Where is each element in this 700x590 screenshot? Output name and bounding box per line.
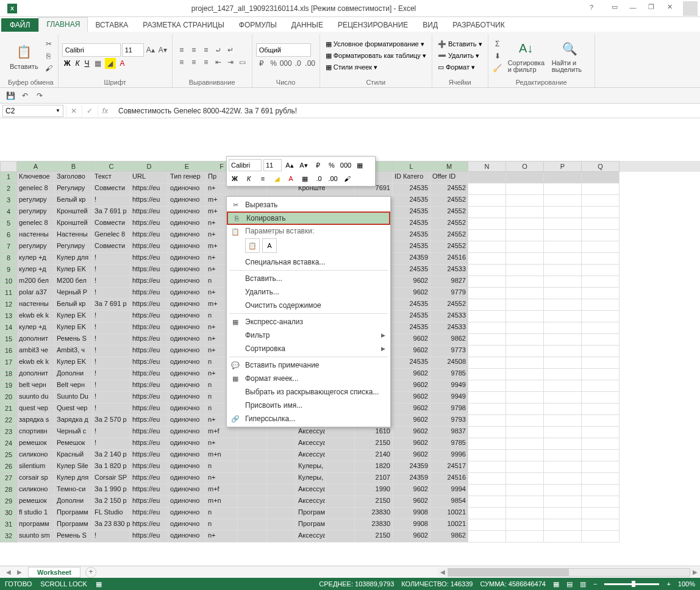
cell[interactable]: 24359 <box>393 253 430 265</box>
ctx-pick-from-list[interactable]: Выбрать из раскрывающегося списка... <box>227 385 390 399</box>
row-header-25[interactable]: 25 <box>0 450 17 461</box>
mini-currency-icon[interactable]: ₽ <box>312 159 324 171</box>
cell[interactable]: Кулер EK <box>55 311 93 322</box>
row-header-12[interactable]: 12 <box>0 299 17 311</box>
align-left-icon[interactable]: ≡ <box>176 57 187 68</box>
cell[interactable]: 10021 <box>430 519 468 531</box>
cell[interactable] <box>544 230 582 241</box>
sheet-tab-active[interactable]: Worksheet <box>28 567 80 578</box>
cell[interactable]: 2107 <box>355 473 393 485</box>
redo-icon[interactable]: ↷ <box>34 90 45 101</box>
cell[interactable]: программ <box>17 519 55 531</box>
tab-insert[interactable]: ВСТАВКА <box>88 18 135 32</box>
cell[interactable]: https://eu <box>130 392 168 403</box>
cell[interactable]: 9602 <box>393 485 430 496</box>
cell[interactable]: 1990 <box>355 485 393 496</box>
cell[interactable]: ремешок <box>17 438 55 450</box>
row-header-24[interactable]: 24 <box>0 438 17 450</box>
cell[interactable] <box>267 427 296 438</box>
cell[interactable]: настенны <box>17 299 55 311</box>
decrease-indent-icon[interactable]: ⇤ <box>213 57 224 68</box>
cell[interactable]: https://eu <box>130 403 168 415</box>
cell[interactable] <box>468 508 506 519</box>
cell[interactable] <box>582 519 620 531</box>
cell[interactable]: За 2 570 р <box>93 415 130 427</box>
row-header-32[interactable]: 32 <box>0 531 17 542</box>
increase-indent-icon[interactable]: ⇥ <box>225 57 236 68</box>
cell[interactable]: https://eu <box>130 207 168 218</box>
cell[interactable]: Дополни <box>55 496 93 508</box>
cell[interactable] <box>267 450 296 461</box>
cell[interactable] <box>468 265 506 276</box>
view-normal-icon[interactable]: ▦ <box>553 580 559 588</box>
cell[interactable] <box>582 218 620 230</box>
cell[interactable] <box>238 531 267 542</box>
cell[interactable] <box>506 473 544 485</box>
cell[interactable]: ambit3 че <box>17 346 55 357</box>
cell[interactable]: 9602 <box>393 288 430 299</box>
cell[interactable]: 9785 <box>430 438 468 450</box>
cell[interactable]: Тип генер <box>168 172 206 183</box>
cell[interactable] <box>267 438 296 450</box>
cell[interactable] <box>582 172 620 183</box>
cell[interactable]: ! <box>93 334 130 346</box>
cell[interactable]: https://eu <box>130 438 168 450</box>
cell[interactable]: https://eu <box>130 288 168 299</box>
cell[interactable]: Совмести <box>93 218 130 230</box>
cell[interactable]: silentium <box>17 461 55 473</box>
cell[interactable]: 24535 <box>393 195 430 207</box>
cell[interactable]: Черный с <box>55 427 93 438</box>
cell[interactable]: 9785 <box>430 369 468 380</box>
cell[interactable] <box>506 380 544 392</box>
cell[interactable]: 24517 <box>430 461 468 473</box>
ctx-format-cells[interactable]: ▦Формат ячеек... <box>227 372 390 385</box>
format-as-table-button[interactable]: ▦ Форматировать как таблицу ▾ <box>324 51 428 61</box>
cell[interactable] <box>544 485 582 496</box>
cell[interactable]: 24535 <box>393 265 430 276</box>
cell[interactable]: polar a37 <box>17 288 55 299</box>
cell[interactable]: одиночно <box>168 415 206 427</box>
cell[interactable]: https://eu <box>130 241 168 253</box>
cell[interactable] <box>582 265 620 276</box>
autosum-icon[interactable]: Σ <box>492 38 503 49</box>
cell[interactable] <box>468 253 506 265</box>
cell[interactable]: 9862 <box>430 531 468 542</box>
align-top-icon[interactable]: ≡ <box>176 44 187 55</box>
cell[interactable] <box>582 207 620 218</box>
help-icon[interactable]: ? <box>583 1 600 13</box>
cell[interactable]: Ambit3, ч <box>55 346 93 357</box>
cell[interactable]: одиночно <box>168 392 206 403</box>
cell[interactable]: 24535 <box>393 322 430 334</box>
row-header-6[interactable]: 6 <box>0 230 17 241</box>
cell[interactable] <box>544 519 582 531</box>
tab-review[interactable]: РЕЦЕНЗИРОВАНИЕ <box>330 18 415 32</box>
mini-format-painter-icon[interactable]: 🖌 <box>341 172 353 185</box>
cell[interactable]: Ключевое <box>17 172 55 183</box>
cell[interactable]: Красный <box>55 450 93 461</box>
cell[interactable] <box>544 218 582 230</box>
cell[interactable]: m+f <box>206 485 238 496</box>
mini-font-dropdown[interactable] <box>229 159 262 171</box>
cell[interactable]: URL <box>130 172 168 183</box>
row-header-22[interactable]: 22 <box>0 415 17 427</box>
ctx-paste-special[interactable]: Специальная вставка... <box>227 255 390 269</box>
cell[interactable] <box>582 346 620 357</box>
cell[interactable] <box>544 473 582 485</box>
minimize-button[interactable]: — <box>624 1 641 13</box>
cell[interactable] <box>468 172 506 183</box>
cell[interactable]: fl studio 1 <box>17 508 55 519</box>
cell[interactable] <box>582 299 620 311</box>
bold-button[interactable]: Ж <box>62 58 73 69</box>
cell[interactable] <box>506 276 544 288</box>
cell[interactable]: https://eu <box>130 230 168 241</box>
cell[interactable]: Аксессуары для умных часов и браслето <box>296 438 326 450</box>
cell[interactable] <box>506 322 544 334</box>
cell[interactable] <box>468 276 506 288</box>
number-format-dropdown[interactable] <box>256 43 311 57</box>
cell[interactable]: Дополни <box>55 369 93 380</box>
tab-formulas[interactable]: ФОРМУЛЫ <box>232 18 284 32</box>
cell[interactable]: одиночно <box>168 299 206 311</box>
cell[interactable] <box>582 496 620 508</box>
row-header-17[interactable]: 17 <box>0 357 17 369</box>
row-header-20[interactable]: 20 <box>0 392 17 403</box>
